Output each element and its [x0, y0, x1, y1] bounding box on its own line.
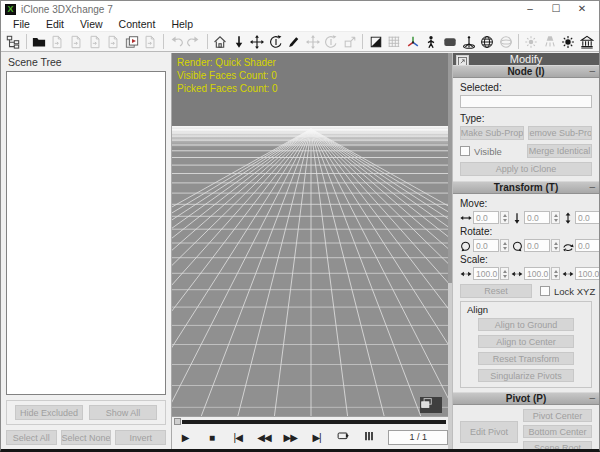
minimize-button[interactable]: – [517, 2, 543, 16]
menu-bar: File Edit View Content Help [1, 17, 599, 32]
panel-scrollbar-thumb[interactable] [448, 53, 452, 283]
transform-section-header[interactable]: Transform (T) – [453, 181, 599, 194]
move-tool-icon[interactable] [304, 33, 323, 51]
scale-z-field[interactable]: 100.0 [575, 267, 599, 280]
singularize-pivots-button[interactable]: Singularize Pivots [478, 369, 574, 382]
make-sub-prop-button[interactable]: Make Sub-Prop [460, 126, 524, 140]
orbit-camera-icon[interactable] [266, 33, 285, 51]
maximize-button[interactable]: ☐ [543, 2, 569, 16]
align-to-center-button[interactable]: Align to Center [478, 335, 574, 348]
viewport-3d[interactable]: Render: Quick Shader Visible Faces Count… [172, 53, 448, 420]
align-to-ground-button[interactable]: Align to Ground [478, 318, 574, 331]
move-x-spinner[interactable] [500, 211, 509, 224]
camera-sphere-icon[interactable] [496, 33, 515, 51]
align-group: Align Align to Ground Align to Center Re… [460, 301, 592, 388]
viewport-layout-button[interactable] [420, 397, 442, 413]
scale-y-field[interactable]: 100.0 [524, 267, 550, 280]
rotate-z-field[interactable]: 0.0 [575, 239, 599, 252]
pivot-marker-icon[interactable] [459, 33, 478, 51]
image-plane-icon[interactable] [441, 33, 460, 51]
timeline-track[interactable] [182, 420, 446, 424]
play-button[interactable]: ▶ [172, 432, 198, 443]
stage-icon[interactable] [578, 33, 597, 51]
collapse-transform-icon[interactable]: – [589, 181, 595, 192]
timeline[interactable] [172, 417, 448, 426]
directional-light-icon[interactable] [559, 33, 578, 51]
undo-icon[interactable] [167, 33, 186, 51]
frame-mode-icon[interactable] [356, 430, 382, 444]
collapse-pivot-icon[interactable]: – [589, 392, 595, 403]
pivot-section-header[interactable]: Pivot (P) – [453, 392, 599, 405]
select-none-button[interactable]: Select None [61, 430, 112, 445]
bottom-center-button[interactable]: Bottom Center [523, 425, 592, 438]
menu-view[interactable]: View [72, 18, 111, 30]
menu-help[interactable]: Help [163, 18, 201, 30]
export-fbx-icon[interactable] [48, 33, 67, 51]
panel-scrollbar[interactable] [448, 53, 453, 449]
hide-excluded-button[interactable]: Hide Excluded [15, 405, 83, 420]
invert-button[interactable]: Invert [115, 430, 166, 445]
first-frame-button[interactable]: |◀ [225, 432, 251, 443]
home-view-icon[interactable] [211, 33, 230, 51]
export-obj-icon[interactable] [67, 33, 86, 51]
scene-tree-icon[interactable] [4, 33, 23, 51]
align-label: Align [467, 304, 585, 315]
apply-to-iclone-icon[interactable] [122, 33, 141, 51]
visible-checkbox[interactable] [460, 146, 470, 156]
pan-camera-icon[interactable] [248, 33, 267, 51]
scene-root-button[interactable]: Scene Root [523, 441, 592, 449]
axis-gizmo-icon[interactable] [404, 33, 423, 51]
scene-tree-list[interactable] [6, 71, 166, 395]
show-all-button[interactable]: Show All [89, 405, 157, 420]
shade-mode-icon[interactable] [366, 33, 385, 51]
reset-transform-button[interactable]: Reset Transform [478, 352, 574, 365]
point-light-icon[interactable] [522, 33, 541, 51]
character-icon[interactable] [422, 33, 441, 51]
move-label: Move: [460, 198, 592, 209]
move-y-field[interactable]: 0.0 [524, 211, 550, 224]
node-section-header[interactable]: Node (I) – [453, 65, 599, 78]
menu-edit[interactable]: Edit [38, 18, 72, 30]
stop-button[interactable]: ■ [198, 432, 224, 443]
update-to-iclone-icon[interactable] [141, 33, 160, 51]
select-all-button[interactable]: Select All [6, 430, 57, 445]
scale-tool-icon[interactable] [341, 33, 360, 51]
menu-content[interactable]: Content [111, 18, 164, 30]
rotate-x-spinner[interactable] [500, 239, 509, 252]
menu-file[interactable]: File [5, 18, 38, 30]
grid-toggle-icon[interactable] [385, 33, 404, 51]
export-bvh-icon[interactable] [85, 33, 104, 51]
pivot-center-button[interactable]: Pivot Center [523, 409, 592, 422]
last-frame-button[interactable]: ▶| [303, 432, 329, 443]
world-globe-icon[interactable] [478, 33, 497, 51]
rewind-button[interactable]: ◀◀ [251, 432, 277, 443]
scale-y-spinner[interactable] [551, 267, 560, 280]
merge-identical-button[interactable]: Merge Identical [527, 144, 592, 158]
export-3ds-icon[interactable] [104, 33, 123, 51]
remove-sub-prop-button[interactable]: Remove Sub-Prop [528, 126, 592, 140]
apply-to-iclone-button[interactable]: Apply to iClone [460, 162, 592, 176]
loop-button[interactable] [330, 430, 356, 444]
zoom-extents-icon[interactable] [229, 33, 248, 51]
close-button[interactable]: ✕ [569, 2, 595, 16]
scale-x-field[interactable]: 100.0 [473, 267, 499, 280]
reset-button[interactable]: Reset [460, 284, 532, 298]
move-y-spinner[interactable] [551, 211, 560, 224]
fast-forward-button[interactable]: ▶▶ [277, 432, 303, 443]
move-z-field[interactable]: 0.0 [575, 211, 599, 224]
lock-xyz-checkbox[interactable] [540, 286, 550, 296]
spot-light-icon[interactable] [541, 33, 560, 51]
edit-pivot-button[interactable]: Edit Pivot [460, 421, 518, 443]
rotate-tool-icon[interactable] [322, 33, 341, 51]
zoom-camera-icon[interactable] [285, 33, 304, 51]
rotate-y-spinner[interactable] [551, 239, 560, 252]
redo-icon[interactable] [185, 33, 204, 51]
rotate-y-field[interactable]: 0.0 [524, 239, 550, 252]
scale-x-spinner[interactable] [500, 267, 509, 280]
selected-node-field[interactable] [460, 95, 592, 108]
collapse-node-icon[interactable]: – [589, 65, 595, 76]
move-x-field[interactable]: 0.0 [473, 211, 499, 224]
open-file-icon[interactable] [30, 33, 49, 51]
rotate-x-field[interactable]: 0.0 [473, 239, 499, 252]
timeline-handle[interactable] [174, 418, 181, 425]
